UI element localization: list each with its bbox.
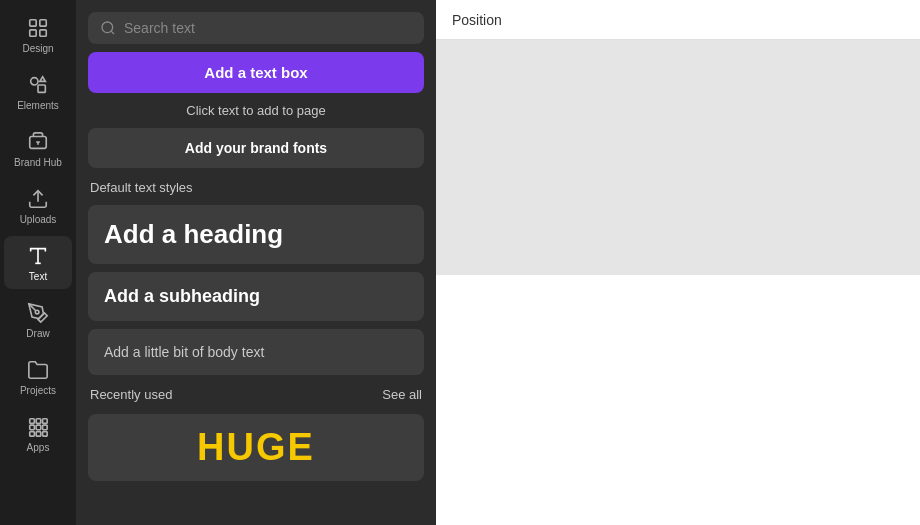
search-bar[interactable] (88, 12, 424, 44)
svg-rect-1 (40, 20, 46, 26)
recently-used-header: Recently used See all (88, 383, 424, 406)
heading-text: Add a heading (104, 219, 283, 249)
sidebar-item-label-apps: Apps (27, 442, 50, 454)
uploads-icon (26, 187, 50, 211)
body-text: Add a little bit of body text (104, 344, 264, 360)
elements-icon (26, 73, 50, 97)
sidebar-item-label-brand-hub: Brand Hub (14, 157, 62, 169)
canvas-white-area (436, 275, 920, 525)
svg-rect-11 (30, 419, 35, 424)
sidebar: Design Elements Brand Hub (0, 0, 76, 525)
svg-rect-18 (36, 432, 41, 437)
sidebar-item-label-design: Design (22, 43, 53, 55)
design-icon (26, 16, 50, 40)
projects-icon (26, 358, 50, 382)
huge-preview-text: HUGE (197, 426, 315, 469)
heading-style-item[interactable]: Add a heading (88, 205, 424, 264)
sidebar-item-label-elements: Elements (17, 100, 59, 112)
huge-preview[interactable]: HUGE (88, 414, 424, 481)
svg-point-20 (102, 22, 113, 33)
click-text-label: Click text to add to page (88, 101, 424, 120)
text-panel: Add a text box Click text to add to page… (76, 0, 436, 525)
recently-used-title: Recently used (90, 387, 172, 402)
svg-rect-16 (43, 425, 48, 430)
svg-rect-14 (30, 425, 35, 430)
svg-rect-17 (30, 432, 35, 437)
svg-rect-2 (30, 30, 36, 36)
sidebar-item-design[interactable]: Design (4, 8, 72, 61)
canvas-area: Position (436, 0, 920, 525)
sidebar-item-brand-hub[interactable]: Brand Hub (4, 122, 72, 175)
add-text-box-button[interactable]: Add a text box (88, 52, 424, 93)
sidebar-item-apps[interactable]: Apps (4, 407, 72, 460)
svg-rect-5 (38, 85, 45, 92)
body-style-item[interactable]: Add a little bit of body text (88, 329, 424, 375)
sidebar-item-label-draw: Draw (26, 328, 49, 340)
sidebar-item-label-projects: Projects (20, 385, 56, 397)
svg-point-10 (35, 310, 39, 314)
svg-point-4 (31, 78, 38, 85)
sidebar-item-projects[interactable]: Projects (4, 350, 72, 403)
sidebar-item-label-uploads: Uploads (20, 214, 57, 226)
search-icon (100, 20, 116, 36)
see-all-link[interactable]: See all (382, 387, 422, 402)
search-input[interactable] (124, 20, 412, 36)
apps-icon (26, 415, 50, 439)
svg-rect-15 (36, 425, 41, 430)
canvas-content (436, 40, 920, 525)
brand-hub-icon (26, 130, 50, 154)
svg-rect-0 (30, 20, 36, 26)
brand-fonts-button[interactable]: Add your brand fonts (88, 128, 424, 168)
sidebar-item-uploads[interactable]: Uploads (4, 179, 72, 232)
draw-icon (26, 301, 50, 325)
position-label: Position (452, 12, 502, 28)
subheading-style-item[interactable]: Add a subheading (88, 272, 424, 321)
svg-line-21 (111, 31, 114, 34)
canvas-topbar: Position (436, 0, 920, 40)
svg-rect-19 (43, 432, 48, 437)
sidebar-item-label-text: Text (29, 271, 47, 283)
svg-rect-3 (40, 30, 46, 36)
sidebar-item-draw[interactable]: Draw (4, 293, 72, 346)
text-icon (26, 244, 50, 268)
sidebar-item-text[interactable]: Text (4, 236, 72, 289)
default-text-styles-label: Default text styles (88, 176, 424, 197)
subheading-text: Add a subheading (104, 286, 260, 306)
sidebar-item-elements[interactable]: Elements (4, 65, 72, 118)
svg-rect-12 (36, 419, 41, 424)
svg-rect-13 (43, 419, 48, 424)
